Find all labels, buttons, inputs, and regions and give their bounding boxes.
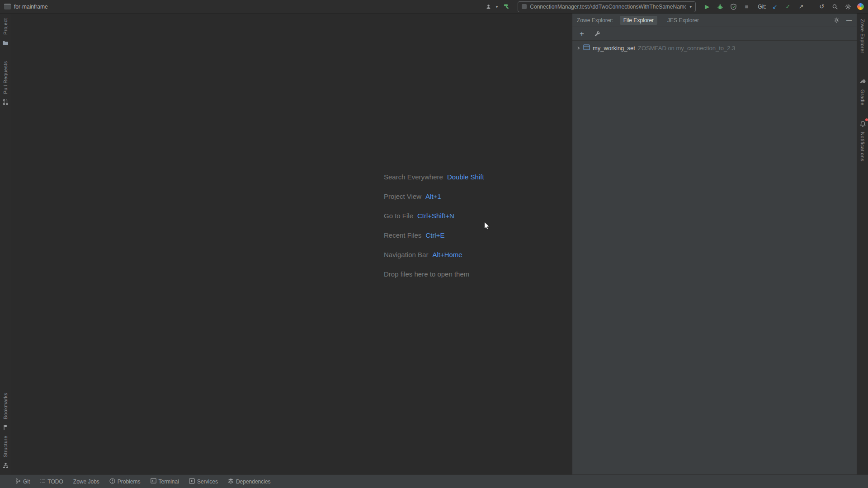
- titlebar-toolbar: ▾ ConnectionManager.testAddTwoConnection…: [485, 1, 868, 12]
- run-with-coverage-button[interactable]: [729, 2, 738, 12]
- sidebar-item-label: Zowe Explorer: [860, 19, 865, 53]
- sidebar-item-label: Bookmarks: [3, 393, 8, 419]
- panel-hide-icon[interactable]: —: [845, 16, 853, 24]
- git-push-icon[interactable]: ↗: [797, 2, 806, 12]
- problems-icon: [109, 478, 115, 485]
- statusbar-item-services[interactable]: Services: [189, 475, 218, 488]
- sidebar-item-zowe-explorer[interactable]: Zowe Explorer: [860, 19, 865, 53]
- hint-shortcut: Ctrl+Shift+N: [417, 212, 454, 220]
- dependencies-icon: [228, 478, 234, 485]
- statusbar-label: Services: [197, 479, 218, 485]
- statusbar-item-dependencies[interactable]: Dependencies: [228, 475, 271, 488]
- hint-shortcut: Ctrl+E: [425, 231, 444, 239]
- gradle-icon[interactable]: [858, 77, 867, 86]
- bookmark-flag-icon[interactable]: [1, 423, 10, 432]
- sidebar-item-project[interactable]: Project: [3, 18, 8, 35]
- panel-header-icons: —: [832, 16, 853, 24]
- chevron-right-icon[interactable]: [576, 46, 580, 50]
- hint-label: Project View: [384, 192, 421, 200]
- hint-navigation-bar: Navigation Bar Alt+Home: [384, 245, 484, 264]
- search-icon[interactable]: [830, 2, 840, 12]
- hint-drop-files: Drop files here to open them: [384, 264, 484, 284]
- statusbar-item-todo[interactable]: TODO: [40, 475, 63, 488]
- right-tool-stripe: Zowe Explorer Gradle Notifications: [857, 14, 868, 474]
- git-update-icon[interactable]: ↙: [770, 2, 779, 12]
- zowe-explorer-panel: Zowe Explorer: File Explorer JES Explore…: [572, 14, 857, 474]
- settings-gear-icon[interactable]: [844, 2, 853, 12]
- chevron-down-icon: ▾: [689, 4, 692, 9]
- avatar[interactable]: [857, 3, 864, 10]
- statusbar-label: Zowe Jobs: [73, 479, 99, 485]
- wrench-settings-icon[interactable]: [593, 30, 601, 38]
- git-commit-icon[interactable]: ✓: [783, 2, 793, 12]
- zowe-panel-toolbar: +: [572, 27, 857, 41]
- sidebar-item-label: Notifications: [860, 132, 865, 161]
- hint-label: Recent Files: [384, 231, 421, 239]
- sidebar-item-label: Gradle: [860, 89, 865, 105]
- add-working-set-button[interactable]: +: [578, 30, 586, 38]
- tab-file-explorer[interactable]: File Explorer: [620, 16, 657, 25]
- run-config-dropdown[interactable]: ConnectionManager.testAddTwoConnectionsW…: [518, 1, 696, 12]
- left-tool-stripe: Project Pull Requests Bookmarks Structur…: [0, 14, 11, 474]
- hint-label: Search Everywhere: [384, 173, 443, 181]
- hint-go-to-file: Go to File Ctrl+Shift+N: [384, 206, 484, 225]
- hint-search-everywhere: Search Everywhere Double Shift: [384, 167, 484, 187]
- zowe-panel-header: Zowe Explorer: File Explorer JES Explore…: [572, 14, 857, 27]
- statusbar-label: Git: [23, 479, 30, 485]
- project-window-icon: [4, 4, 11, 9]
- titlebar-left: for-mainframe: [0, 4, 48, 10]
- debug-button[interactable]: [716, 2, 725, 12]
- tab-jes-explorer[interactable]: JES Explorer: [664, 16, 703, 25]
- editor-hints: Search Everywhere Double Shift Project V…: [384, 167, 484, 284]
- hint-shortcut: Double Shift: [447, 173, 484, 181]
- hint-label: Drop files here to open them: [384, 270, 469, 278]
- sidebar-item-label: Structure: [3, 436, 8, 457]
- mouse-cursor: [484, 221, 490, 230]
- run-button[interactable]: ▶: [703, 2, 712, 12]
- hint-label: Go to File: [384, 212, 413, 220]
- git-branch-icon: [15, 478, 21, 485]
- tree-item-working-set[interactable]: my_working_set ZOSMFAD on my_connection_…: [572, 42, 857, 53]
- run-config-class-icon: [522, 4, 527, 9]
- hint-project-view: Project View Alt+1: [384, 187, 484, 206]
- services-icon: [189, 478, 195, 485]
- git-label: Git:: [758, 4, 766, 10]
- statusbar: Git TODO Zowe Jobs Problems Terminal: [0, 474, 868, 488]
- panel-title: Zowe Explorer:: [577, 17, 613, 23]
- terminal-icon: [151, 478, 156, 485]
- working-set-name: my_working_set: [593, 45, 635, 52]
- statusbar-item-terminal[interactable]: Terminal: [151, 475, 179, 488]
- code-with-me-icon[interactable]: [485, 2, 494, 12]
- sidebar-item-pull-requests[interactable]: Pull Requests: [3, 61, 8, 94]
- statusbar-label: Dependencies: [236, 479, 271, 485]
- sidebar-item-structure[interactable]: Structure: [3, 436, 8, 457]
- zowe-tree: my_working_set ZOSMFAD on my_connection_…: [572, 41, 857, 53]
- titlebar: for-mainframe ▾ ConnectionManager.testAd…: [0, 0, 868, 14]
- editor-area: Search Everywhere Double Shift Project V…: [11, 14, 572, 474]
- ide-window: for-mainframe ▾ ConnectionManager.testAd…: [0, 0, 868, 488]
- chevron-down-icon: ▾: [496, 5, 498, 9]
- sidebar-item-bookmarks[interactable]: Bookmarks: [3, 393, 8, 419]
- history-rollback-icon[interactable]: ↺: [817, 2, 826, 12]
- sidebar-item-label: Pull Requests: [3, 61, 8, 94]
- working-set-icon: [583, 44, 590, 52]
- sidebar-item-notifications[interactable]: Notifications: [860, 132, 865, 161]
- build-hammer-icon[interactable]: [502, 2, 511, 12]
- notifications-bell-icon[interactable]: [858, 119, 867, 128]
- statusbar-item-zowe-jobs[interactable]: Zowe Jobs: [73, 475, 99, 488]
- statusbar-label: TODO: [47, 479, 63, 485]
- statusbar-label: Terminal: [159, 479, 179, 485]
- pull-request-icon[interactable]: [1, 98, 10, 107]
- panel-settings-gear-icon[interactable]: [832, 16, 840, 24]
- statusbar-label: Problems: [118, 479, 141, 485]
- folder-icon[interactable]: [1, 38, 10, 47]
- statusbar-item-problems[interactable]: Problems: [109, 475, 141, 488]
- stop-button[interactable]: ■: [742, 2, 751, 12]
- hint-label: Navigation Bar: [384, 251, 428, 258]
- hint-shortcut: Alt+Home: [432, 251, 462, 258]
- hint-shortcut: Alt+1: [425, 192, 441, 200]
- sidebar-item-label: Project: [3, 18, 8, 35]
- statusbar-item-git[interactable]: Git: [15, 475, 30, 488]
- sidebar-item-gradle[interactable]: Gradle: [860, 89, 865, 105]
- structure-icon[interactable]: [1, 461, 10, 470]
